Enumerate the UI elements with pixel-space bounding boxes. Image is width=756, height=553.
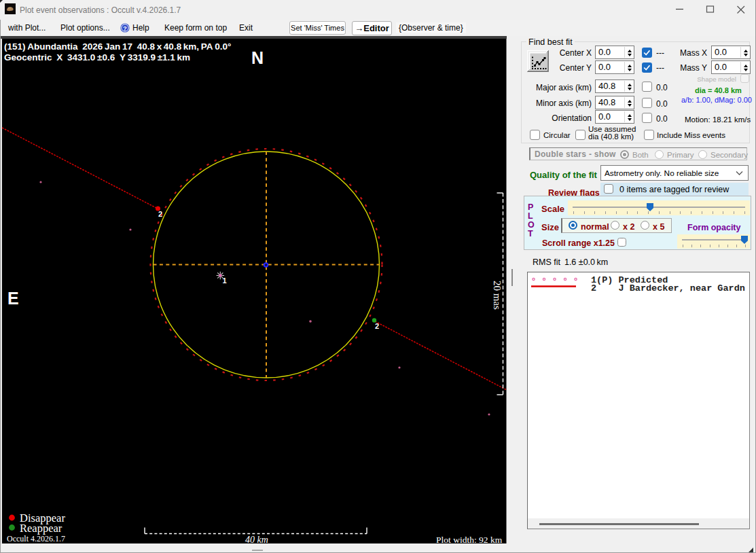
svg-text:Occult 4.2026.1.7: Occult 4.2026.1.7 — [7, 534, 65, 543]
svg-text:E: E — [7, 289, 19, 308]
svg-text:1: 1 — [223, 276, 227, 285]
svg-text:40 km: 40 km — [245, 535, 268, 544]
svg-text:2 J Bardecker, near Gardn: 2 J Bardecker, near Gardn — [591, 283, 745, 293]
svg-text:Reappear: Reappear — [20, 522, 62, 535]
svg-text:Plot width: 92 km: Plot width: 92 km — [436, 535, 503, 544]
svg-text:N: N — [251, 48, 264, 67]
svg-text:Geocentric X 3431.0 ±0.6 Y 331: Geocentric X 3431.0 ±0.6 Y 3319.9 ±1.1 k… — [4, 52, 190, 63]
svg-text:20 mas: 20 mas — [492, 281, 503, 310]
svg-text:(151) Abundantia 2026 Jan 17 4: (151) Abundantia 2026 Jan 17 40.8 x 40.8… — [4, 41, 231, 52]
svg-text:2: 2 — [158, 210, 162, 218]
svg-text:2: 2 — [375, 322, 379, 330]
svg-text:?: ? — [123, 24, 127, 32]
